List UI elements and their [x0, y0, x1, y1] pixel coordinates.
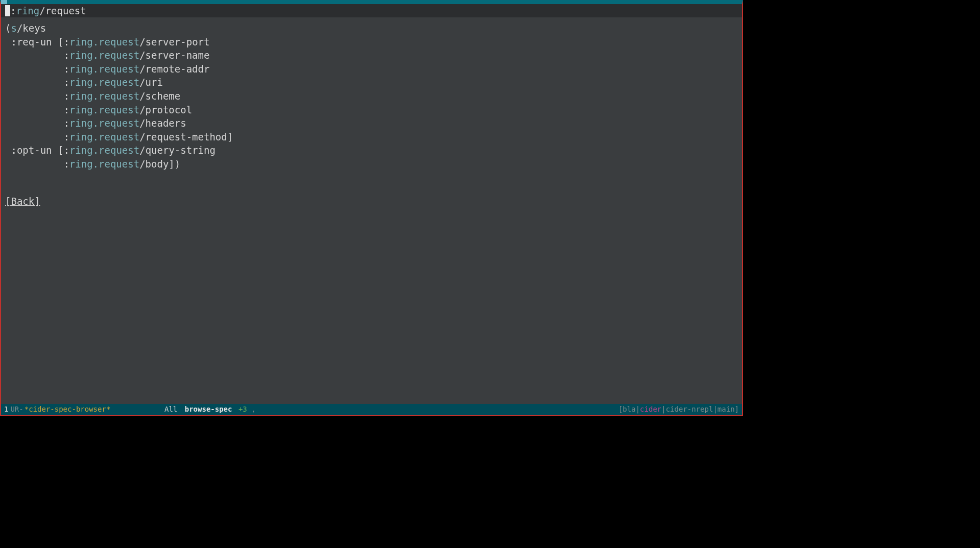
branch-tag[interactable]: main: [718, 405, 735, 413]
buffer-number: 1: [4, 404, 8, 415]
spec-ns[interactable]: ring.request: [69, 50, 139, 61]
editor-frame: :ring/request (s/keys :req-un [:ring.req…: [0, 0, 743, 416]
header-colon: :: [10, 4, 16, 18]
back-button[interactable]: [Back]: [5, 195, 40, 208]
buffer-mod-flags: UR-: [10, 404, 23, 415]
opt-un-keyword: :opt-un: [11, 145, 52, 156]
req-un-keyword: :req-un: [11, 36, 52, 47]
spec-ns[interactable]: ring.request: [69, 63, 139, 75]
spec-ns[interactable]: ring.request: [69, 104, 139, 115]
header-spec-name: request: [45, 4, 86, 18]
major-mode[interactable]: browse-spec: [185, 405, 232, 413]
spec-ns[interactable]: ring.request: [69, 90, 139, 102]
spec-ns[interactable]: ring.request: [69, 36, 139, 47]
cider-tag[interactable]: cider: [640, 405, 661, 413]
spec-key[interactable]: query-string: [146, 145, 216, 156]
modeline-right: [bla|cider|cider-nrepl|main]: [618, 404, 739, 415]
spec-content: (s/keys :req-un [:ring.request/server-po…: [1, 17, 742, 212]
spec-ns[interactable]: ring.request: [69, 158, 139, 170]
cursor: [5, 5, 10, 16]
spec-key[interactable]: request-method: [146, 131, 227, 142]
buffer-header: :ring/request: [1, 4, 742, 17]
spec-key[interactable]: headers: [146, 117, 186, 129]
spec-key[interactable]: server-name: [146, 50, 210, 61]
header-namespace: ring: [16, 4, 39, 18]
spec-key[interactable]: scheme: [146, 90, 181, 102]
spec-ns[interactable]: ring.request: [69, 117, 139, 129]
keys-fn: keys: [22, 22, 46, 34]
spec-key[interactable]: body: [146, 158, 169, 170]
s-alias: s: [11, 22, 16, 34]
modeline-left: 1 UR- *cider-spec-browser*: [4, 404, 110, 415]
spec-ns[interactable]: ring.request: [69, 131, 139, 142]
scroll-position: All: [164, 405, 177, 413]
repl-tag[interactable]: bla: [623, 405, 635, 413]
spec-key[interactable]: remote-addr: [146, 63, 210, 75]
spec-ns[interactable]: ring.request: [69, 145, 139, 156]
buffer-name[interactable]: *cider-spec-browser*: [25, 404, 111, 415]
modeline-center: All browse-spec +3 ,: [164, 404, 256, 415]
spec-key[interactable]: server-port: [146, 36, 210, 47]
header-slash: /: [39, 4, 45, 18]
modeline: 1 UR- *cider-spec-browser* All browse-sp…: [1, 404, 742, 415]
spec-key[interactable]: protocol: [146, 104, 193, 115]
open-paren: (: [5, 22, 11, 34]
minor-mode-count[interactable]: +3: [238, 405, 247, 413]
window-tab-indicator: [1, 0, 7, 4]
nrepl-tag[interactable]: cider-nrepl: [666, 405, 713, 413]
spec-ns[interactable]: ring.request: [69, 77, 139, 88]
spec-key[interactable]: uri: [146, 77, 163, 88]
